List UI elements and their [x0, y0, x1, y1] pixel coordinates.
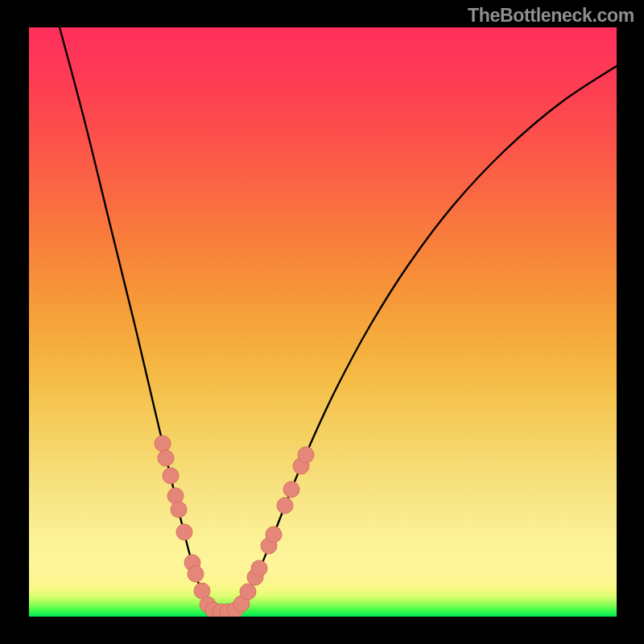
plot-area [29, 27, 617, 617]
data-marker [283, 481, 299, 497]
data-marker [277, 497, 293, 514]
data-marker [251, 560, 267, 576]
data-marker [298, 447, 314, 463]
data-marker [171, 502, 187, 518]
chart-frame: TheBottleneck.com [0, 0, 644, 644]
chart-svg [29, 27, 617, 617]
data-marker [266, 526, 282, 543]
data-marker [188, 566, 204, 582]
data-marker [240, 584, 256, 600]
data-marker [163, 468, 179, 484]
data-marker [155, 436, 171, 452]
marker-layer [155, 436, 314, 617]
watermark-text: TheBottleneck.com [468, 5, 634, 27]
data-marker [176, 524, 192, 540]
data-marker [158, 450, 174, 466]
bottleneck-curve [60, 27, 617, 612]
